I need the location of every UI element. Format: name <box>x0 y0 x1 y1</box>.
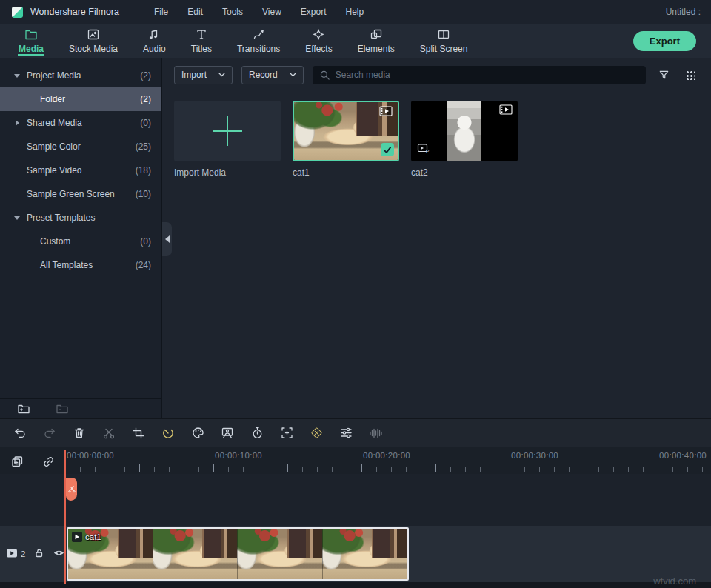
ruler-label: 00:00:20:00 <box>363 451 410 460</box>
tab-split-screen[interactable]: Split Screen <box>407 24 481 58</box>
clip-label: cat1 <box>72 532 101 542</box>
sidebar-item-sample-color[interactable]: Sample Color (25) <box>0 135 161 158</box>
tab-audio[interactable]: Audio <box>130 24 178 58</box>
ruler-label: 00:00:30:00 <box>511 451 558 460</box>
cat1-thumbnail[interactable] <box>293 101 399 161</box>
transitions-icon <box>252 28 265 41</box>
add-folder-icon[interactable] <box>15 400 33 418</box>
tab-titles[interactable]: Titles <box>178 24 224 58</box>
ruler-major-ticks <box>65 464 711 472</box>
motion-tracking-icon[interactable] <box>277 424 296 443</box>
collapse-left-icon <box>165 235 170 243</box>
tab-transitions[interactable]: Transitions <box>224 24 293 58</box>
link-clips-icon[interactable] <box>40 453 56 470</box>
menu-edit[interactable]: Edit <box>178 7 213 17</box>
tab-stock-media[interactable]: Stock Media <box>56 24 130 58</box>
edit-toolbar <box>0 418 711 447</box>
search-box <box>313 66 646 84</box>
timeline-body: 2 ca <box>0 474 711 588</box>
timeline: 00:00:00:00 00:00:10:00 00:00:20:00 00:0… <box>0 447 711 588</box>
svg-text:P: P <box>426 149 429 154</box>
split-scissors-icon[interactable] <box>99 424 118 443</box>
sidebar-item-project-media[interactable]: Project Media (2) <box>0 64 161 87</box>
export-button[interactable]: Export <box>633 31 696 51</box>
sidebar-item-shared-media[interactable]: Shared Media (0) <box>0 111 161 135</box>
chevron-right-icon <box>9 120 25 126</box>
sidebar-collapse-handle[interactable] <box>162 222 172 256</box>
effects-star-icon <box>312 28 325 41</box>
plus-icon <box>213 116 242 146</box>
menu-help[interactable]: Help <box>336 7 373 17</box>
speed-icon[interactable] <box>158 424 178 443</box>
cat2-thumbnail[interactable]: P <box>411 101 518 161</box>
playhead-handle[interactable] <box>66 478 77 501</box>
sidebar-item-custom[interactable]: Custom (0) <box>0 230 161 253</box>
tab-effects[interactable]: Effects <box>293 24 344 58</box>
sidebar-item-folder[interactable]: Folder (2) <box>0 87 161 111</box>
chevron-down-icon <box>9 74 25 78</box>
track-number: 2 <box>21 549 25 558</box>
keyframe-icon[interactable] <box>307 424 326 443</box>
stock-media-icon <box>87 28 100 41</box>
search-input[interactable] <box>336 70 639 80</box>
menu-export[interactable]: Export <box>291 7 336 17</box>
media-card-cat2: P cat2 <box>411 101 518 178</box>
menu-file[interactable]: File <box>144 7 178 17</box>
menu-tools[interactable]: Tools <box>213 7 253 17</box>
card-label: cat2 <box>411 167 518 178</box>
green-screen-icon[interactable] <box>218 424 237 443</box>
timeline-clip-cat1[interactable]: cat1 <box>67 527 409 581</box>
filter-icon[interactable] <box>655 66 672 84</box>
video-track-header: 2 <box>0 526 65 582</box>
ruler-label: 00:00:10:00 <box>215 451 262 460</box>
titles-icon <box>195 28 208 41</box>
project-title: Untitled : <box>666 7 702 17</box>
sidebar-item-sample-green-screen[interactable]: Sample Green Screen (10) <box>0 182 161 206</box>
playhead-scissors-icon <box>68 485 76 493</box>
search-icon <box>319 70 330 81</box>
manage-tracks-icon[interactable] <box>9 453 25 470</box>
main-area: Project Media (2) Folder (2) Shared Medi… <box>0 58 711 418</box>
card-label: Import Media <box>174 167 281 178</box>
track-lock-icon[interactable] <box>33 547 44 561</box>
media-toolbar: Import Record <box>174 63 699 87</box>
card-label: cat1 <box>293 167 399 178</box>
clip-play-icon <box>72 532 82 542</box>
timeline-ruler[interactable]: 00:00:00:00 00:00:10:00 00:00:20:00 00:0… <box>65 447 711 474</box>
media-card-cat1: cat1 <box>293 101 399 178</box>
remove-folder-icon[interactable] <box>53 400 71 418</box>
import-media-card: Import Media <box>174 101 281 178</box>
timeline-toolbar: 00:00:00:00 00:00:10:00 00:00:20:00 00:0… <box>0 447 711 474</box>
tab-media[interactable]: Media <box>6 24 56 58</box>
ruler-label: 00:00:40:00 <box>659 451 707 460</box>
redo-icon[interactable] <box>40 424 59 443</box>
ruler-label: 00:00:00:00 <box>67 451 114 460</box>
sidebar-item-all-templates[interactable]: All Templates (24) <box>0 253 161 277</box>
sidebar-footer <box>0 398 161 418</box>
chevron-down-icon <box>9 216 25 220</box>
selected-check-icon <box>381 143 394 156</box>
chevron-down-icon <box>218 73 225 77</box>
split-screen-icon <box>437 28 450 41</box>
playhead-line[interactable] <box>64 450 66 584</box>
track-visibility-eye-icon[interactable] <box>53 548 65 560</box>
video-track-icon[interactable] <box>6 548 19 561</box>
sidebar-item-preset-templates[interactable]: Preset Templates <box>0 206 161 230</box>
sidebar-item-sample-video[interactable]: Sample Video (18) <box>0 158 161 182</box>
watermark: wtvid.com <box>653 575 696 587</box>
duration-timer-icon[interactable] <box>247 424 267 443</box>
menu-view[interactable]: View <box>253 7 291 17</box>
undo-icon[interactable] <box>10 424 30 443</box>
adjust-sliders-icon[interactable] <box>336 424 356 443</box>
record-dropdown[interactable]: Record <box>241 66 304 84</box>
crop-icon[interactable] <box>129 424 148 443</box>
tab-elements[interactable]: Elements <box>345 24 407 58</box>
color-palette-icon[interactable] <box>188 424 207 443</box>
delete-icon[interactable] <box>70 424 89 443</box>
import-media-tile[interactable] <box>174 101 281 161</box>
import-dropdown[interactable]: Import <box>174 66 233 84</box>
media-panel: Import Record <box>162 58 711 418</box>
grid-view-icon[interactable] <box>681 66 699 84</box>
audio-denoise-icon[interactable] <box>366 424 385 443</box>
media-grid: Import Media cat1 <box>174 101 699 178</box>
